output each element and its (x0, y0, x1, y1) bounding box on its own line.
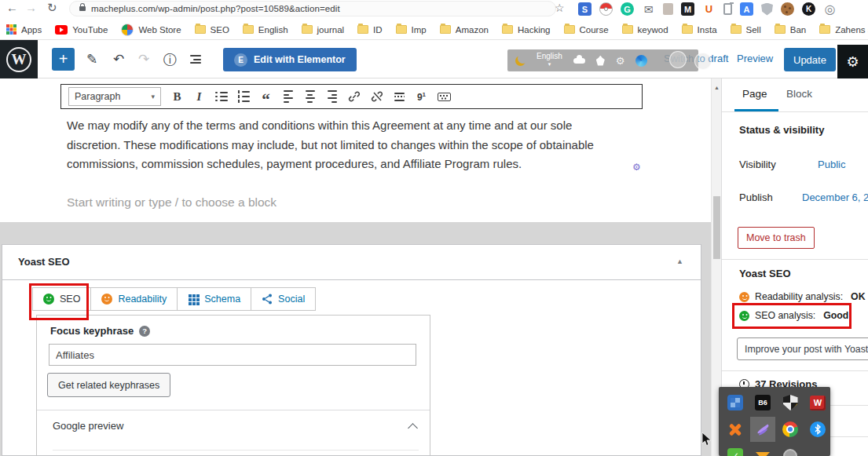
ext-mail-icon[interactable]: ✉ (642, 2, 655, 16)
tray-app-grid-blue-icon[interactable] (727, 394, 744, 411)
bookmark-seo[interactable]: SEO (195, 25, 229, 35)
inline-settings-gear-icon[interactable]: ⚙ (632, 162, 641, 173)
yoast-sidebar-title[interactable]: Yoast SEO (739, 268, 791, 279)
ext-grammarly-icon[interactable]: G (621, 2, 634, 16)
publish-date-link[interactable]: December 6, 2020 (802, 192, 868, 203)
insert-link-icon[interactable] (348, 89, 361, 104)
collapse-triangle-icon[interactable]: ▲ (676, 257, 683, 265)
list-view-icon[interactable] (190, 55, 201, 64)
back-icon[interactable]: ← (6, 1, 18, 14)
overlay-gear-icon[interactable]: ⚙ (616, 55, 625, 67)
cloud-icon[interactable] (573, 58, 585, 64)
details-info-icon[interactable]: ⓘ (163, 51, 177, 69)
tray-chrome-icon[interactable] (782, 421, 799, 438)
tray-avast-icon[interactable] (727, 421, 744, 438)
italic-icon[interactable]: I (193, 89, 205, 104)
bookmark-amazon[interactable]: Amazon (440, 25, 489, 35)
bold-icon[interactable]: B (171, 89, 183, 104)
help-icon[interactable]: ? (139, 326, 150, 337)
browser-share-icon[interactable] (635, 55, 647, 67)
focus-keyphrase-input[interactable] (49, 344, 416, 366)
ext-translate-icon[interactable]: A (740, 2, 753, 16)
bookmark-hacking[interactable]: Hacking (502, 25, 551, 35)
tab-social[interactable]: Social (251, 287, 316, 311)
move-to-trash-button[interactable]: Move to trash (738, 227, 815, 249)
scrollbar-thumb[interactable] (713, 196, 720, 259)
undo-icon[interactable]: ↶ (113, 51, 124, 67)
forward-icon[interactable]: → (25, 1, 37, 14)
bookmark-insta[interactable]: Insta (682, 25, 717, 35)
ext-shield-icon[interactable] (761, 3, 773, 16)
bookmark-id[interactable]: ID (357, 25, 383, 35)
bookmark-web-store[interactable]: Web Store (121, 24, 181, 36)
wordpress-logo[interactable]: W (0, 40, 38, 78)
status-visibility-title[interactable]: Status & visibility (739, 124, 824, 136)
bookmark-english[interactable]: English (243, 25, 288, 35)
capture-logo-icon[interactable] (515, 56, 526, 66)
update-button[interactable]: Update (784, 48, 836, 71)
address-bar[interactable]: macheplus.com/wp-admin/post.php?post=105… (69, 1, 556, 16)
align-center-icon[interactable] (304, 89, 316, 104)
bookmark-star-icon[interactable]: ☆ (555, 2, 565, 14)
ext-target-icon[interactable]: ◎ (823, 2, 837, 16)
ext-u-icon[interactable]: U (702, 2, 716, 16)
align-left-icon[interactable] (282, 89, 294, 104)
tray-defender-icon[interactable] (782, 394, 799, 411)
bookmark-apps[interactable]: Apps (6, 24, 42, 35)
remove-link-icon[interactable] (371, 89, 383, 104)
tray-app-b6-icon[interactable]: B6 (754, 394, 771, 411)
bookmark-sell[interactable]: Sell (731, 25, 761, 35)
tray-gray-circle-icon[interactable] (782, 447, 799, 456)
tray-green-check-icon[interactable]: ✓ (727, 447, 744, 456)
edit-with-elementor-button[interactable]: E Edit with Elementor (223, 48, 357, 71)
ext-k-icon[interactable]: K (802, 2, 815, 16)
overlay-circle-button-2[interactable] (694, 53, 712, 70)
bookmark-imp[interactable]: Imp (396, 25, 427, 35)
bullet-list-icon[interactable] (215, 89, 228, 104)
bookmark-keywod[interactable]: keywod (622, 25, 668, 35)
tray-feather-icon[interactable] (754, 421, 771, 438)
paragraph-style-select[interactable]: Paragraph ▾ (68, 87, 161, 106)
seo-analysis-row[interactable]: SEO analysis: Good (739, 310, 848, 321)
overlay-circle-button[interactable] (669, 51, 687, 68)
tray-bluetooth-icon[interactable] (809, 421, 826, 438)
read-more-icon[interactable] (394, 89, 405, 104)
yoast-metabox-header[interactable]: Yoast SEO ▲ (2, 245, 701, 280)
capture-tool-icon[interactable] (596, 56, 605, 66)
improve-post-button[interactable]: Improve your post with Yoast S (737, 337, 868, 360)
tab-seo[interactable]: SEO (32, 287, 91, 311)
tab-block[interactable]: Block (786, 88, 812, 100)
refresh-icon[interactable]: ↻ (47, 1, 57, 15)
ext-m-icon[interactable]: M (681, 2, 694, 16)
paragraph-block[interactable]: We may modify any of the terms and condi… (67, 116, 628, 174)
ext-pokeball-icon[interactable] (599, 2, 613, 16)
visibility-value-link[interactable]: Public (818, 159, 845, 170)
keyboard-icon[interactable] (438, 89, 451, 104)
ext-s-icon[interactable]: S (578, 2, 591, 16)
readability-analysis-row[interactable]: Readability analysis: OK (739, 291, 866, 302)
bookmark-youtube[interactable]: YouTube (55, 25, 108, 35)
numbered-list-icon[interactable] (238, 89, 251, 104)
chevron-up-icon[interactable] (408, 423, 418, 433)
tab-readability[interactable]: Readability (90, 287, 178, 311)
tab-page[interactable]: Page (742, 88, 767, 100)
edit-mode-pencil-icon[interactable]: ✎ (86, 51, 97, 67)
bookmark-course[interactable]: Course (564, 25, 609, 35)
bookmark-ban[interactable]: Ban (775, 25, 806, 35)
redo-icon[interactable]: ↷ (138, 51, 149, 67)
scroll-up-icon[interactable]: ▲ (714, 85, 720, 90)
align-right-icon[interactable] (326, 89, 338, 104)
add-block-button[interactable]: + (52, 48, 75, 71)
ext-cookie-icon[interactable] (781, 2, 794, 16)
tab-schema[interactable]: Schema (177, 287, 251, 311)
settings-gear-button[interactable]: ⚙ (837, 45, 868, 78)
language-selector[interactable]: English ▾ (537, 53, 562, 68)
special-character-icon[interactable]: 91 (416, 89, 427, 104)
preview-link[interactable]: Preview (737, 53, 773, 64)
bookmark-journal[interactable]: journal (302, 25, 345, 35)
bookmark-zahens-seo[interactable]: Zahens seo (819, 25, 868, 35)
tray-winrar-icon[interactable]: W (809, 394, 826, 411)
ext-battery-icon[interactable] (723, 3, 732, 15)
ext-pin-icon[interactable] (663, 3, 673, 15)
get-related-keyphrases-button[interactable]: Get related keyphrases (47, 373, 170, 397)
